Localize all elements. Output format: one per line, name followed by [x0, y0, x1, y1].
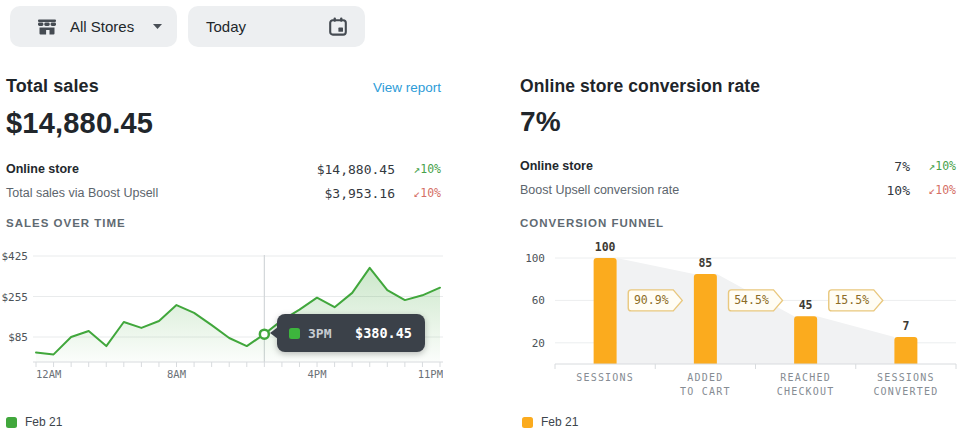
sales-legend: Feb 21 [6, 415, 62, 429]
sales-over-time-heading: SALES OVER TIME [6, 217, 126, 229]
svg-text:11PM: 11PM [418, 368, 443, 380]
total-sales-value: $14,880.45 [6, 107, 441, 140]
total-sales-panel: Total sales View report $14,880.45 Onlin… [6, 70, 441, 205]
change-badge: ↗10% [395, 162, 441, 176]
online-store-sales-row: Online store $14,880.45 ↗10% [6, 157, 441, 181]
svg-text:REACHED: REACHED [780, 372, 831, 383]
change-badge: ↗10% [910, 159, 956, 173]
svg-text:60: 60 [532, 294, 545, 307]
tooltip-value: $380.45 [355, 325, 412, 341]
legend-label: Feb 21 [25, 415, 62, 429]
change-badge: ↙10% [395, 186, 441, 200]
date-filter-label: Today [206, 18, 246, 35]
svg-text:SESSIONS: SESSIONS [576, 372, 634, 383]
total-sales-title: Total sales [6, 76, 99, 97]
svg-text:85: 85 [698, 256, 712, 270]
svg-text:45: 45 [799, 298, 813, 312]
svg-text:54.5%: 54.5% [734, 293, 769, 307]
legend-swatch [6, 417, 17, 428]
svg-text:100: 100 [525, 252, 545, 265]
chevron-down-icon [152, 23, 163, 30]
conversion-value: 7% [520, 106, 956, 138]
boost-upsell-sales-row: Total sales via Boost Upsell $3,953.16 ↙… [6, 181, 441, 205]
funnel-legend: Feb 21 [522, 415, 578, 429]
store-filter-button[interactable]: All Stores [10, 6, 177, 47]
calendar-icon [327, 16, 349, 38]
svg-text:CHECKOUT: CHECKOUT [777, 386, 835, 397]
svg-text:$255: $255 [2, 291, 29, 304]
conversion-funnel-heading: CONVERSION FUNNEL [520, 217, 664, 229]
svg-text:$85: $85 [8, 331, 28, 344]
conversion-rate-panel: Online store conversion rate 7% Online s… [520, 70, 956, 202]
legend-swatch [522, 417, 533, 428]
tooltip-series-swatch [289, 328, 300, 339]
boost-upsell-conversion-row: Boost Upsell conversion rate 10% ↙10% [520, 178, 956, 202]
store-icon [36, 17, 58, 37]
svg-text:SESSIONS: SESSIONS [877, 372, 935, 383]
svg-text:12AM: 12AM [36, 368, 61, 380]
conversion-funnel-chart[interactable]: 100602010085457SESSIONSADDEDTO CARTREACH… [518, 240, 960, 415]
svg-text:90.9%: 90.9% [634, 293, 669, 307]
svg-text:4PM: 4PM [308, 368, 327, 380]
analytics-dashboard: All Stores Today Total sales View report… [0, 0, 960, 431]
svg-text:100: 100 [595, 240, 616, 254]
svg-text:7: 7 [902, 319, 909, 333]
date-filter-button[interactable]: Today [188, 6, 365, 47]
conversion-title: Online store conversion rate [520, 76, 760, 97]
svg-text:15.5%: 15.5% [834, 293, 869, 307]
svg-text:20: 20 [532, 337, 545, 350]
tooltip-hour: 3PM [308, 326, 331, 341]
change-badge: ↙10% [910, 183, 956, 197]
view-report-link[interactable]: View report [373, 80, 441, 95]
svg-text:$425: $425 [2, 250, 29, 263]
store-filter-label: All Stores [70, 18, 134, 35]
online-store-conversion-row: Online store 7% ↗10% [520, 154, 956, 178]
svg-text:ADDED: ADDED [687, 372, 723, 383]
svg-text:8AM: 8AM [167, 368, 186, 380]
legend-label: Feb 21 [541, 415, 578, 429]
svg-text:TO CART: TO CART [680, 386, 731, 397]
svg-text:CONVERTED: CONVERTED [873, 386, 938, 397]
chart-tooltip: 3PM $380.45 [277, 314, 425, 352]
